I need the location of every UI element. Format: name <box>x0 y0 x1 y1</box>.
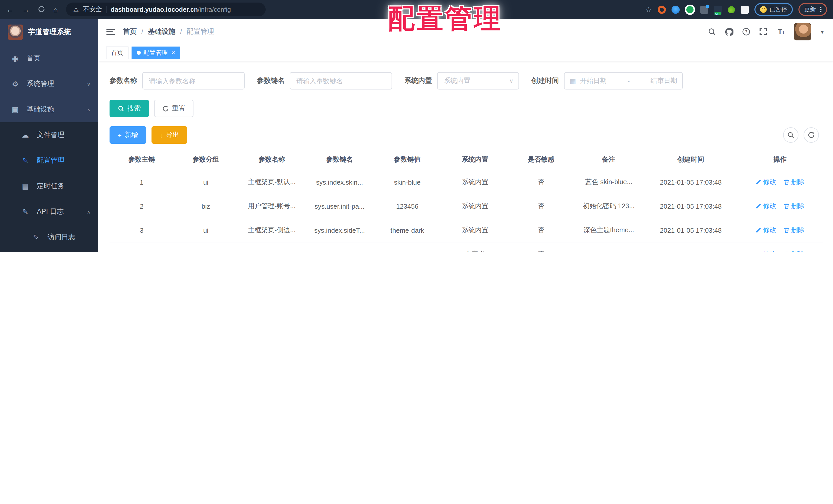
url: dashboard.yudao.iocoder.cn/infra/config <box>111 6 231 13</box>
schedule-icon: ▤ <box>21 182 30 190</box>
update-button[interactable]: 更新 <box>799 3 827 16</box>
github-icon[interactable] <box>724 27 733 36</box>
user-menu-caret-icon[interactable]: ▼ <box>820 29 825 34</box>
extensions-puzzle-icon[interactable] <box>740 5 748 14</box>
breadcrumb-separator: / <box>141 28 143 35</box>
toggle-search-button[interactable] <box>783 127 798 143</box>
date-range-picker[interactable]: ▦ 开始日期 - 结束日期 <box>564 72 683 90</box>
extension-icon[interactable] <box>714 5 722 14</box>
breadcrumb-item[interactable]: 基础设施 <box>148 27 175 36</box>
sidebar-item-scheduled-jobs[interactable]: ▤定时任务 <box>0 173 98 199</box>
extension-icon[interactable] <box>658 5 666 14</box>
search-icon[interactable] <box>708 28 716 36</box>
sidebar-item-api-logs[interactable]: ✎API 日志∧ <box>0 199 98 225</box>
table-cell: skin-blue <box>373 170 441 194</box>
add-button[interactable]: + 新增 <box>110 126 146 144</box>
column-header: 参数键值 <box>373 149 441 170</box>
font-size-icon[interactable]: TT <box>776 28 785 36</box>
edit-link[interactable]: 修改 <box>756 177 777 187</box>
reset-button[interactable]: 重置 <box>154 100 193 117</box>
user-avatar[interactable] <box>793 23 811 41</box>
breadcrumb-separator: / <box>180 28 182 35</box>
browser-menu-icon[interactable] <box>820 7 821 12</box>
sidebar-item-error-logs[interactable]: ✎错误日志 <box>0 250 98 252</box>
delete-link[interactable]: 删除 <box>784 177 805 187</box>
column-header: 参数主键 <box>110 149 174 170</box>
plus-icon: + <box>118 131 122 139</box>
extension-icon[interactable] <box>728 6 735 13</box>
svg-text:T: T <box>778 28 782 35</box>
search-button[interactable]: 搜索 <box>110 100 149 117</box>
help-icon[interactable]: ? <box>742 28 750 36</box>
breadcrumb-item: 配置管理 <box>187 27 214 36</box>
edit-link[interactable]: 修改 <box>756 250 777 252</box>
sidebar-item-config-mgmt[interactable]: ✎配置管理 <box>0 148 98 173</box>
param-name-input[interactable] <box>142 72 245 90</box>
row-actions: 修改删除 <box>737 194 823 218</box>
delete-link[interactable]: 删除 <box>784 201 805 211</box>
column-header: 备注 <box>573 149 644 170</box>
sidebar-item-label: 首页 <box>27 54 41 63</box>
system-builtin-select[interactable]: 系统内置 ∨ <box>437 72 519 90</box>
sidebar-item-label: 系统管理 <box>27 79 54 89</box>
url-path: /infra/config <box>198 6 231 13</box>
close-icon[interactable]: × <box>171 49 175 56</box>
sidebar-item-file-mgmt[interactable]: ☁文件管理 <box>0 122 98 148</box>
date-separator: - <box>611 77 646 85</box>
sidebar-item-system-mgmt[interactable]: ⚙系统管理∨ <box>0 71 98 97</box>
app-title: 芋道管理系统 <box>28 28 71 37</box>
fullscreen-icon[interactable] <box>759 28 767 36</box>
param-key-input[interactable] <box>290 72 392 90</box>
edit-link[interactable]: 修改 <box>756 226 777 235</box>
sidebar-item-label: API 日志 <box>37 207 64 216</box>
add-button-label: 新增 <box>125 130 138 140</box>
table-cell: 2021-01-05 17:03:48 <box>644 218 737 242</box>
reload-icon[interactable] <box>38 5 45 14</box>
hamburger-icon[interactable] <box>106 29 115 35</box>
table-cell: 2021-01-05 17:03:48 <box>644 194 737 218</box>
back-icon[interactable]: ← <box>6 6 14 13</box>
sidebar-menu: ◉首页⚙系统管理∨▣基础设施∧☁文件管理✎配置管理▤定时任务✎API 日志∧✎访… <box>0 46 98 252</box>
security-label: 不安全 <box>83 5 102 14</box>
sidebar-item-label: 文件管理 <box>37 130 65 140</box>
forward-icon[interactable]: → <box>22 6 30 13</box>
sidebar-item-label: 定时任务 <box>37 181 65 191</box>
app-logo-row[interactable]: 芋道管理系统 <box>0 19 98 46</box>
emoji-icon <box>760 6 766 13</box>
tab-配置管理[interactable]: 配置管理× <box>132 46 180 59</box>
config-table: 参数主键参数分组参数名称参数键名参数键值系统内置是否敏感备注创建时间操作 1ui… <box>110 149 823 252</box>
chevron-down-icon: ∨ <box>87 81 91 86</box>
extension-icon[interactable] <box>686 6 693 13</box>
system-builtin-label: 系统内置 <box>404 76 432 85</box>
sidebar-item-access-logs[interactable]: ✎访问日志 <box>0 225 98 250</box>
address-divider <box>106 6 107 13</box>
sidebar-item-infrastructure[interactable]: ▣基础设施∧ <box>0 97 98 122</box>
table-cell: 系统内置 <box>441 194 509 218</box>
table-cell: 系统内置 <box>441 170 509 194</box>
address-bar[interactable]: ⚠ 不安全 dashboard.yudao.iocoder.cn/infra/c… <box>66 3 266 16</box>
delete-link[interactable]: 删除 <box>784 250 805 252</box>
edit-link[interactable]: 修改 <box>756 201 777 211</box>
sidebar-item-label: 访问日志 <box>48 233 75 242</box>
table-cell: 自定义 <box>441 242 509 252</box>
refresh-button[interactable] <box>803 127 819 143</box>
table-cell: 用户管理-账号... <box>238 194 306 218</box>
column-header: 是否敏感 <box>509 149 573 170</box>
breadcrumb-item[interactable]: 首页 <box>123 27 137 36</box>
column-header: 参数名称 <box>238 149 306 170</box>
delete-link[interactable]: 删除 <box>784 226 805 235</box>
url-host: dashboard.yudao.iocoder.cn <box>111 6 198 13</box>
export-button[interactable]: ↓ 导出 <box>151 126 187 144</box>
extension-icon[interactable] <box>700 5 708 14</box>
tab-首页[interactable]: 首页 <box>106 46 128 59</box>
browser-extensions: ☆ 已暂停 更新 <box>645 3 827 16</box>
extension-icon[interactable] <box>671 5 680 14</box>
bookmark-star-icon[interactable]: ☆ <box>645 5 652 14</box>
sidebar-item-home[interactable]: ◉首页 <box>0 46 98 71</box>
paused-badge[interactable]: 已暂停 <box>754 3 793 16</box>
table-cell: 主框架页-默认... <box>238 170 306 194</box>
warning-icon: ⚠ <box>73 6 79 13</box>
home-icon[interactable]: ⌂ <box>53 6 58 13</box>
select-placeholder: 系统内置 <box>444 76 470 85</box>
calendar-icon: ▦ <box>570 77 576 85</box>
